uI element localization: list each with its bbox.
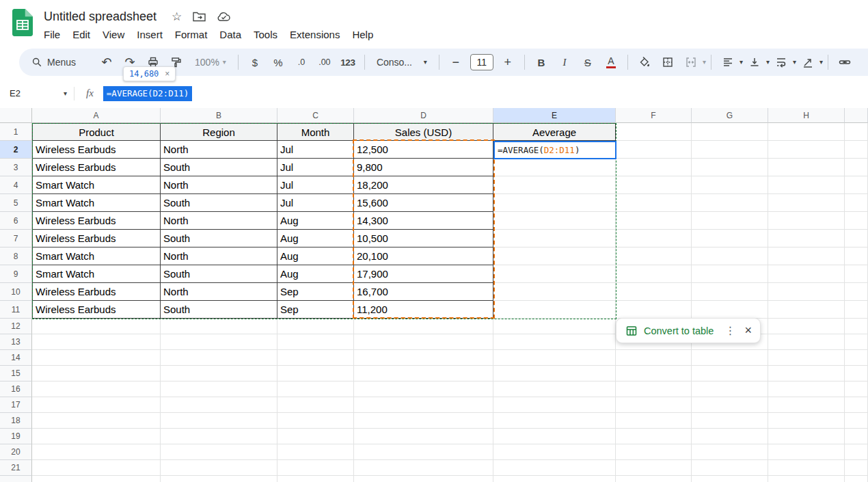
row-header-13[interactable]: 13	[0, 334, 32, 350]
cell-B1[interactable]: Region	[161, 123, 277, 141]
cell-E17[interactable]	[493, 397, 616, 413]
cell-F14[interactable]	[616, 350, 692, 366]
align-dropdown-arrow-icon[interactable]: ▾	[740, 59, 743, 66]
zoom-control[interactable]: 100% ▾	[195, 57, 226, 68]
cell-H2[interactable]	[768, 141, 845, 159]
font-family-select[interactable]: Conso... ▾	[372, 57, 431, 68]
cell-H3[interactable]	[768, 159, 845, 176]
cell-A1[interactable]: Product	[32, 123, 161, 141]
cell-F10[interactable]	[616, 283, 692, 301]
row-header-8[interactable]: 8	[0, 247, 32, 265]
increase-font-size-button[interactable]: +	[499, 53, 517, 72]
row-header-6[interactable]: 6	[0, 212, 32, 230]
cell-F6[interactable]	[616, 212, 692, 230]
cell-F2[interactable]	[616, 141, 692, 159]
row-header-10[interactable]: 10	[0, 283, 32, 301]
increase-decimal-button[interactable]: .00	[316, 53, 334, 72]
column-header-C[interactable]: C	[277, 108, 354, 123]
menu-help[interactable]: Help	[346, 27, 379, 42]
row-header-20[interactable]: 20	[0, 444, 32, 460]
cell-E5[interactable]	[493, 194, 616, 212]
cell-D12[interactable]	[354, 319, 493, 334]
cell-D7[interactable]: 10,500	[354, 230, 493, 247]
currency-format-button[interactable]: $	[246, 53, 264, 72]
cell-C22[interactable]	[277, 476, 354, 482]
cell-E3[interactable]	[493, 159, 616, 176]
cell-A3[interactable]: Wireless Earbuds	[32, 159, 161, 176]
cell-G8[interactable]	[692, 247, 768, 265]
cell-G5[interactable]	[692, 194, 768, 212]
cell-F18[interactable]	[616, 413, 692, 429]
cell-D10[interactable]: 16,700	[354, 283, 493, 301]
menus-search-button[interactable]: Menus	[26, 57, 85, 68]
menu-file[interactable]: File	[38, 27, 66, 42]
cell-G2[interactable]	[692, 141, 768, 159]
preview-close-icon[interactable]: ×	[165, 70, 169, 78]
row-header-15[interactable]: 15	[0, 366, 32, 381]
text-wrap-button[interactable]	[772, 53, 790, 72]
text-rotation-button[interactable]	[799, 53, 817, 72]
cell-H12[interactable]	[768, 319, 845, 334]
cell-E15[interactable]	[493, 366, 616, 381]
star-icon[interactable]: ☆	[172, 11, 182, 23]
row-header-7[interactable]: 7	[0, 230, 32, 247]
cell-F1[interactable]	[616, 123, 692, 141]
menu-extensions[interactable]: Extensions	[284, 27, 346, 42]
cell-A12[interactable]	[32, 319, 161, 334]
row-header-17[interactable]: 17	[0, 397, 32, 413]
cell-C20[interactable]	[277, 444, 354, 460]
cell-F3[interactable]	[616, 159, 692, 176]
cell-D22[interactable]	[354, 476, 493, 482]
cell-B13[interactable]	[161, 334, 277, 350]
cell-C21[interactable]	[277, 460, 354, 476]
select-all-corner[interactable]	[0, 108, 32, 123]
cell-G1[interactable]	[692, 123, 768, 141]
more-options-icon[interactable]: ⋮	[724, 324, 735, 337]
cell-H13[interactable]	[768, 334, 845, 350]
cell-E12[interactable]	[493, 319, 616, 334]
row-header-2[interactable]: 2	[0, 141, 32, 159]
cell-C2[interactable]: Jul	[277, 141, 354, 159]
vertical-align-dropdown-arrow-icon[interactable]: ▾	[766, 59, 770, 66]
cell-C4[interactable]: Jul	[277, 176, 354, 194]
cell-A10[interactable]: Wireless Earbuds	[32, 283, 161, 301]
cell-A8[interactable]: Smart Watch	[32, 247, 161, 265]
cell-A22[interactable]	[32, 476, 161, 482]
cell-C14[interactable]	[277, 350, 354, 366]
cell-F5[interactable]	[616, 194, 692, 212]
cell-B21[interactable]	[161, 460, 277, 476]
cell-C1[interactable]: Month	[277, 123, 354, 141]
cell-E13[interactable]	[493, 334, 616, 350]
cell-G11[interactable]	[692, 301, 768, 319]
vertical-align-button[interactable]	[746, 53, 763, 72]
cell-G21[interactable]	[692, 460, 768, 476]
cell-C15[interactable]	[277, 366, 354, 381]
cell-B22[interactable]	[161, 476, 277, 482]
menu-data[interactable]: Data	[213, 27, 247, 42]
cell-B19[interactable]	[161, 429, 277, 444]
cell-A14[interactable]	[32, 350, 161, 366]
row-header-12[interactable]: 12	[0, 319, 32, 334]
cell-D17[interactable]	[354, 397, 493, 413]
text-wrap-dropdown-arrow-icon[interactable]: ▾	[793, 59, 796, 66]
cell-E20[interactable]	[493, 444, 616, 460]
cell-H19[interactable]	[768, 429, 845, 444]
cell-H6[interactable]	[768, 212, 845, 230]
cell-D16[interactable]	[354, 381, 493, 397]
cell-F15[interactable]	[616, 366, 692, 381]
text-rotation-dropdown-arrow-icon[interactable]: ▾	[819, 59, 823, 66]
number-format-button[interactable]: 123	[339, 53, 357, 72]
cell-D21[interactable]	[354, 460, 493, 476]
cell-A18[interactable]	[32, 413, 161, 429]
active-cell-editor[interactable]: =AVERAGE(D2:D11)	[493, 141, 616, 159]
cell-B11[interactable]: South	[161, 301, 277, 319]
cell-G14[interactable]	[692, 350, 768, 366]
cell-C3[interactable]: Jul	[277, 159, 354, 176]
cell-G6[interactable]	[692, 212, 768, 230]
column-header-F[interactable]: F	[616, 108, 692, 123]
menu-view[interactable]: View	[96, 27, 131, 42]
cell-G18[interactable]	[692, 413, 768, 429]
cell-D6[interactable]: 14,300	[354, 212, 493, 230]
cell-F4[interactable]	[616, 176, 692, 194]
cell-B5[interactable]: South	[161, 194, 277, 212]
